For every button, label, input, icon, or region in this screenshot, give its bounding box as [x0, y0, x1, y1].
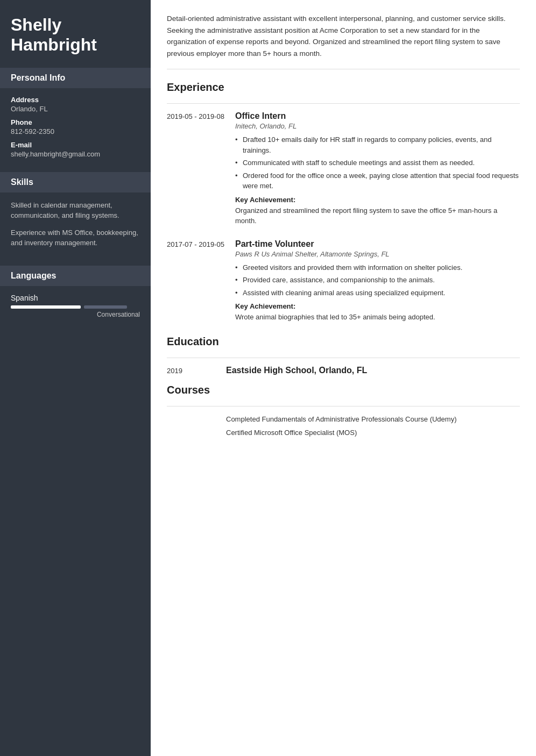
course-2: Certified Microsoft Office Specialist (M…	[226, 427, 456, 438]
job-2-bullet-1: Greeted visitors and provided them with …	[235, 262, 520, 273]
job-entry-1: 2019-05 - 2019-08 Office Intern Initech,…	[167, 111, 520, 226]
edu-1-title: Eastside High School, Orlando, FL	[226, 366, 367, 375]
job-2-achievement-label: Key Achievement:	[235, 302, 520, 310]
experience-section: Experience 2019-05 - 2019-08 Office Inte…	[167, 81, 520, 323]
language-name: Spanish	[11, 294, 140, 302]
job-1-body: Office Intern Initech, Orlando, FL Draft…	[235, 111, 520, 226]
phone-value: 812-592-2350	[11, 127, 140, 135]
courses-list: Completed Fundamentals of Administrative…	[226, 414, 456, 441]
address-label: Address	[11, 96, 140, 104]
job-2-bullet-3: Assisted with cleaning animal areas usin…	[235, 288, 520, 298]
job-1-bullet-1: Drafted 10+ emails daily for HR staff in…	[235, 134, 520, 155]
skills-header: Skills	[0, 172, 151, 192]
experience-divider	[167, 103, 520, 104]
address-value: Orlando, FL	[11, 105, 140, 113]
summary-text: Detail-oriented administrative assistant…	[167, 13, 520, 69]
education-section: Education 2019 Eastside High School, Orl…	[167, 336, 520, 375]
personal-info-section: Personal Info Address Orlando, FL Phone …	[0, 68, 151, 167]
job-2-org: Paws R Us Animal Shelter, Altamonte Spri…	[235, 250, 520, 258]
personal-info-header: Personal Info	[0, 68, 151, 88]
job-entry-2: 2017-07 - 2019-05 Part-time Volunteer Pa…	[167, 239, 520, 323]
main-content: Detail-oriented administrative assistant…	[151, 0, 536, 756]
job-1-date: 2019-05 - 2019-08	[167, 111, 224, 226]
candidate-name: Shelly Hambright	[0, 0, 151, 68]
courses-spacer	[167, 414, 215, 441]
languages-section: Languages Spanish Conversational	[0, 266, 151, 324]
email-value: shelly.hambright@gmail.com	[11, 150, 140, 158]
lang-bar-filled	[11, 305, 81, 309]
email-label: E-mail	[11, 141, 140, 149]
job-1-bullets: Drafted 10+ emails daily for HR staff in…	[235, 134, 520, 191]
education-divider	[167, 358, 520, 358]
job-1-org: Initech, Orlando, FL	[235, 122, 520, 130]
job-1-bullet-2: Communicated with staff to schedule meet…	[235, 158, 520, 168]
job-1-achievement-text: Organized and streamlined the report fil…	[235, 205, 520, 226]
courses-entries: Completed Fundamentals of Administrative…	[167, 414, 520, 441]
courses-title: Courses	[167, 384, 520, 398]
languages-header: Languages	[0, 266, 151, 286]
skills-text-1: Skilled in calendar management, communic…	[11, 200, 140, 221]
language-level: Conversational	[97, 311, 140, 318]
job-1-bullet-3: Ordered food for the office once a week,…	[235, 170, 520, 191]
skills-section: Skills Skilled in calendar management, c…	[0, 172, 151, 260]
courses-divider	[167, 406, 520, 406]
job-2-body: Part-time Volunteer Paws R Us Animal She…	[235, 239, 520, 323]
job-2-bullet-2: Provided care, assistance, and companion…	[235, 275, 520, 286]
courses-section: Courses Completed Fundamentals of Admini…	[167, 384, 520, 441]
language-bar	[11, 305, 140, 309]
job-1-title: Office Intern	[235, 111, 520, 121]
phone-label: Phone	[11, 118, 140, 126]
education-title: Education	[167, 336, 520, 350]
experience-title: Experience	[167, 81, 520, 96]
job-2-date: 2017-07 - 2019-05	[167, 239, 224, 323]
education-entry-1: 2019 Eastside High School, Orlando, FL	[167, 366, 520, 375]
course-1: Completed Fundamentals of Administrative…	[226, 414, 456, 425]
skills-text-2: Experience with MS Office, bookkeeping, …	[11, 227, 140, 248]
lang-bar-empty	[84, 305, 127, 309]
job-1-achievement-label: Key Achievement:	[235, 196, 520, 204]
job-2-title: Part-time Volunteer	[235, 239, 520, 249]
sidebar: Shelly Hambright Personal Info Address O…	[0, 0, 151, 756]
job-2-achievement-text: Wrote animal biographies that led to 35+…	[235, 312, 520, 323]
edu-1-date: 2019	[167, 366, 215, 375]
job-2-bullets: Greeted visitors and provided them with …	[235, 262, 520, 298]
